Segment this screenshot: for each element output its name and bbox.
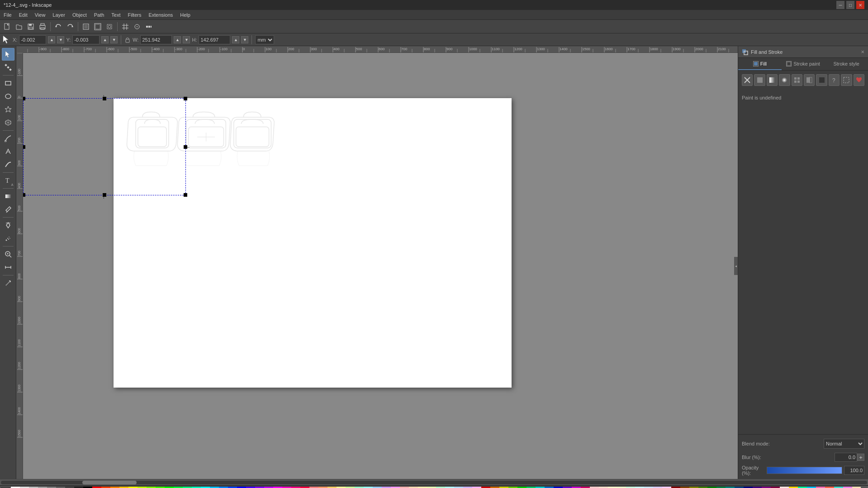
color-swatch[interactable]: [237, 487, 246, 488]
opacity-input[interactable]: [844, 466, 864, 475]
color-swatch[interactable]: [472, 487, 481, 488]
canvas-viewport[interactable]: ↕ ↔ ↔ ↕ ◂: [23, 53, 738, 479]
w-input[interactable]: [140, 35, 172, 44]
open-button[interactable]: [14, 21, 24, 32]
color-swatch[interactable]: [409, 487, 418, 488]
h-input[interactable]: [199, 35, 230, 44]
pencil-tool[interactable]: [2, 132, 14, 145]
paint-radial-btn[interactable]: [779, 74, 790, 86]
save-button[interactable]: [25, 21, 36, 32]
color-swatch[interactable]: [192, 487, 201, 488]
color-swatch[interactable]: [753, 487, 762, 488]
color-swatch[interactable]: [454, 487, 463, 488]
color-swatch[interactable]: [517, 487, 526, 488]
menu-object[interactable]: Object: [69, 10, 90, 19]
color-swatch[interactable]: [201, 487, 210, 488]
scrollbar-track[interactable]: [1, 481, 867, 484]
blur-add-btn[interactable]: +: [857, 454, 864, 461]
paint-none-btn[interactable]: [742, 74, 753, 86]
paint-linear-btn[interactable]: [767, 74, 778, 86]
color-swatch[interactable]: [771, 487, 780, 488]
color-swatch[interactable]: [246, 487, 255, 488]
color-swatch[interactable]: [744, 487, 753, 488]
color-swatch[interactable]: [635, 487, 644, 488]
color-swatch[interactable]: [671, 487, 680, 488]
color-swatch[interactable]: [545, 487, 554, 488]
handle-tl[interactable]: [23, 97, 25, 100]
more-snap-button[interactable]: [143, 21, 154, 32]
new-button[interactable]: [2, 21, 13, 32]
color-swatch[interactable]: [608, 487, 617, 488]
fill-stroke-close[interactable]: ×: [861, 48, 864, 55]
calligraphy-tool[interactable]: [2, 158, 14, 171]
y-up-btn[interactable]: ▲: [101, 36, 109, 43]
color-swatch[interactable]: [735, 487, 744, 488]
paint-dark-btn[interactable]: [816, 74, 827, 86]
color-swatch[interactable]: [852, 487, 861, 488]
color-swatch[interactable]: [825, 487, 834, 488]
spray-tool[interactable]: [2, 232, 14, 245]
color-swatch[interactable]: [337, 487, 346, 488]
color-swatch[interactable]: [581, 487, 590, 488]
color-swatch[interactable]: [138, 487, 147, 488]
canvas-area[interactable]: ↕ ↔ ↔ ↕ ◂: [16, 46, 738, 479]
handle-tm[interactable]: [103, 97, 106, 100]
color-swatch[interactable]: [101, 487, 110, 488]
menu-help[interactable]: Help: [176, 10, 194, 19]
color-swatch[interactable]: [563, 487, 572, 488]
color-swatch[interactable]: [526, 487, 536, 488]
color-swatch[interactable]: [355, 487, 364, 488]
color-swatch[interactable]: [300, 487, 309, 488]
color-swatch[interactable]: [65, 487, 74, 488]
color-swatch[interactable]: [29, 487, 38, 488]
color-swatch[interactable]: [156, 487, 165, 488]
menu-filters[interactable]: Filters: [124, 10, 145, 19]
color-swatch[interactable]: [11, 487, 20, 488]
color-swatch[interactable]: [282, 487, 291, 488]
zoom-fit-drawing[interactable]: [92, 21, 103, 32]
color-swatch[interactable]: [174, 487, 183, 488]
color-swatch[interactable]: [644, 487, 653, 488]
menu-view[interactable]: View: [31, 10, 49, 19]
color-swatch[interactable]: [427, 487, 436, 488]
handle-ml[interactable]: [23, 145, 25, 149]
x-down-btn[interactable]: ▼: [57, 36, 64, 43]
color-swatch[interactable]: [291, 487, 300, 488]
color-swatch[interactable]: [807, 487, 816, 488]
arrow-top[interactable]: ↕: [103, 94, 104, 98]
color-swatch[interactable]: [382, 487, 391, 488]
snap-button[interactable]: [132, 21, 142, 32]
paint-flat-btn[interactable]: [754, 74, 765, 86]
color-swatch[interactable]: [20, 487, 29, 488]
zoom-tool[interactable]: [2, 248, 14, 261]
color-swatch[interactable]: [780, 487, 789, 488]
color-swatch[interactable]: [590, 487, 599, 488]
tab-fill[interactable]: Fill: [738, 58, 782, 70]
paint-unknown-btn[interactable]: ?: [829, 74, 840, 86]
color-swatch[interactable]: [508, 487, 517, 488]
color-swatch[interactable]: [490, 487, 499, 488]
menu-file[interactable]: File: [0, 10, 15, 19]
color-swatch[interactable]: [119, 487, 128, 488]
lock-icon[interactable]: [124, 37, 131, 43]
color-swatch[interactable]: [273, 487, 282, 488]
select-tool[interactable]: [2, 48, 14, 61]
color-swatch[interactable]: [56, 487, 65, 488]
tab-stroke-paint[interactable]: Stroke paint: [782, 58, 825, 70]
color-swatch[interactable]: [47, 487, 56, 488]
w-down-btn[interactable]: ▼: [183, 36, 190, 43]
color-swatch[interactable]: [309, 487, 318, 488]
color-swatch[interactable]: [599, 487, 608, 488]
color-swatch[interactable]: [798, 487, 807, 488]
paint-unset-btn[interactable]: [841, 74, 852, 86]
palette-scroll-right[interactable]: ▶: [861, 486, 868, 488]
undo-button[interactable]: [53, 21, 64, 32]
menu-layer[interactable]: Layer: [49, 10, 69, 19]
color-swatch[interactable]: [110, 487, 119, 488]
color-swatch[interactable]: [726, 487, 735, 488]
color-swatch[interactable]: [680, 487, 689, 488]
color-swatch[interactable]: [698, 487, 707, 488]
color-swatch[interactable]: [716, 487, 726, 488]
color-swatch[interactable]: [346, 487, 355, 488]
color-swatch[interactable]: [436, 487, 445, 488]
